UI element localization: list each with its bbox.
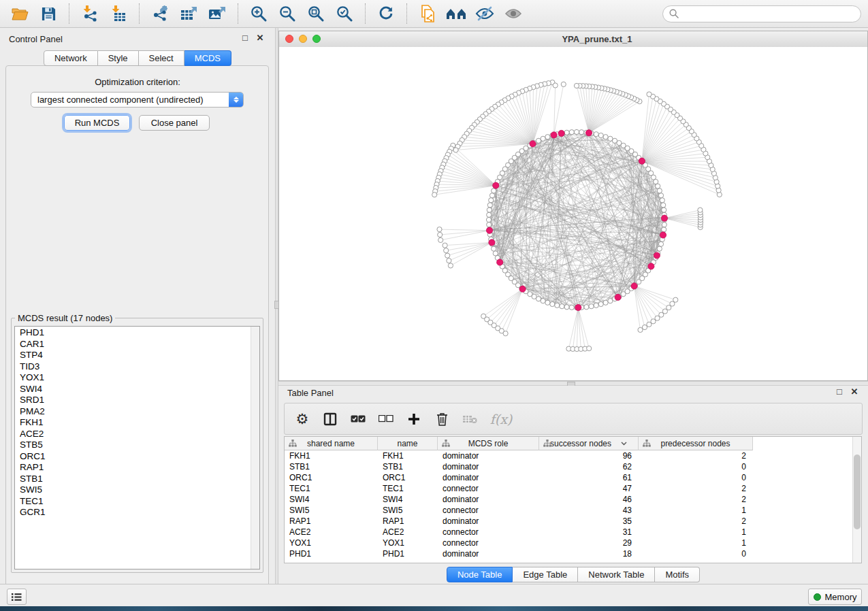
mcds-node[interactable] xyxy=(489,240,495,246)
export-image-icon[interactable] xyxy=(204,3,230,24)
copy-network-icon[interactable] xyxy=(415,3,440,24)
network-node[interactable] xyxy=(608,136,613,141)
export-network-icon[interactable] xyxy=(147,3,173,24)
network-node[interactable] xyxy=(560,304,564,309)
column-header-shared-name[interactable]: shared name xyxy=(285,437,378,450)
network-node[interactable] xyxy=(638,327,643,332)
network-node[interactable] xyxy=(492,246,496,251)
criterion-dropdown[interactable]: largest connected component (undirected) xyxy=(31,92,244,108)
mcds-node[interactable] xyxy=(575,304,581,310)
network-node[interactable] xyxy=(642,325,647,329)
network-node[interactable] xyxy=(698,208,703,212)
close-window-icon[interactable] xyxy=(285,35,293,43)
network-node[interactable] xyxy=(656,184,660,188)
zoom-in-icon[interactable] xyxy=(246,3,272,24)
zoom-fit-icon[interactable] xyxy=(303,3,329,24)
network-canvas[interactable] xyxy=(279,47,867,380)
mcds-node[interactable] xyxy=(639,158,645,164)
network-node[interactable] xyxy=(579,130,584,135)
network-node[interactable] xyxy=(486,217,491,222)
network-node[interactable] xyxy=(647,322,652,327)
mcds-node[interactable] xyxy=(661,215,667,221)
close-panel-button[interactable]: Close panel xyxy=(139,115,210,131)
tab-network[interactable]: Network xyxy=(44,50,98,66)
search-box[interactable] xyxy=(662,5,861,22)
network-node[interactable] xyxy=(657,246,662,251)
table-row[interactable]: SWI4SWI4dominator462 xyxy=(285,494,853,505)
network-node[interactable] xyxy=(443,243,447,248)
open-file-icon[interactable] xyxy=(7,3,33,24)
network-node[interactable] xyxy=(487,203,492,208)
table-settings-gear-icon[interactable]: ⚙ xyxy=(294,410,310,428)
hide-selected-icon[interactable] xyxy=(472,3,498,24)
network-node[interactable] xyxy=(594,132,598,137)
network-node[interactable] xyxy=(487,222,492,227)
network-node[interactable] xyxy=(453,148,458,152)
network-node[interactable] xyxy=(584,305,589,310)
table-scrollbar-thumb[interactable] xyxy=(854,455,861,529)
export-table-icon[interactable] xyxy=(176,3,202,24)
network-node[interactable] xyxy=(550,301,555,306)
mcds-result-item[interactable]: YOX1 xyxy=(15,372,251,384)
network-node[interactable] xyxy=(561,82,566,86)
network-node[interactable] xyxy=(438,232,443,237)
network-node[interactable] xyxy=(603,300,608,305)
table-scrollbar[interactable] xyxy=(852,437,861,563)
network-node[interactable] xyxy=(541,299,545,303)
unselect-all-icon[interactable] xyxy=(378,410,394,428)
network-node[interactable] xyxy=(574,83,579,88)
network-node[interactable] xyxy=(598,301,603,306)
network-node[interactable] xyxy=(589,304,594,309)
network-node[interactable] xyxy=(651,319,656,324)
mcds-result-item[interactable]: PMA2 xyxy=(15,406,251,418)
network-node[interactable] xyxy=(608,299,613,303)
mcds-result-item[interactable]: SWI4 xyxy=(15,384,251,395)
mcds-result-item[interactable]: RAP1 xyxy=(15,462,251,474)
import-network-icon[interactable] xyxy=(77,3,103,24)
network-node[interactable] xyxy=(493,251,498,256)
mcds-node[interactable] xyxy=(551,132,557,138)
network-node[interactable] xyxy=(673,297,678,302)
network-node[interactable] xyxy=(657,188,662,193)
run-mcds-button[interactable]: Run MCDS xyxy=(64,115,130,131)
zoom-out-icon[interactable] xyxy=(274,3,300,24)
network-node[interactable] xyxy=(660,198,664,203)
mcds-result-item[interactable]: SRD1 xyxy=(15,395,251,406)
close-panel-icon[interactable]: ✕ xyxy=(255,33,266,43)
minimize-window-icon[interactable] xyxy=(299,35,307,43)
network-node[interactable] xyxy=(564,130,569,135)
mcds-node[interactable] xyxy=(558,130,564,136)
network-node[interactable] xyxy=(574,129,579,134)
network-node[interactable] xyxy=(545,135,550,139)
mcds-node[interactable] xyxy=(486,227,492,233)
mcds-result-item[interactable]: FKH1 xyxy=(15,417,251,429)
network-node[interactable] xyxy=(598,133,603,137)
network-node[interactable] xyxy=(662,222,666,227)
network-node[interactable] xyxy=(437,227,442,232)
table-tab-node-table[interactable]: Node Table xyxy=(447,567,513,582)
column-header-mcds-role[interactable]: MCDS role xyxy=(438,437,539,450)
table-row[interactable]: TEC1TEC1connector472 xyxy=(285,483,853,494)
mcds-result-item[interactable]: PHD1 xyxy=(15,327,251,339)
network-node[interactable] xyxy=(553,83,558,88)
network-node[interactable] xyxy=(536,297,541,301)
table-row[interactable]: YOX1YOX1connector291 xyxy=(285,538,853,548)
network-node[interactable] xyxy=(662,208,666,212)
table-tab-network-table[interactable]: Network Table xyxy=(578,567,655,582)
network-window-titlebar[interactable]: YPA_prune.txt_1 xyxy=(279,31,867,48)
show-columns-icon[interactable] xyxy=(322,410,338,428)
mcds-node[interactable] xyxy=(530,141,536,147)
network-node[interactable] xyxy=(489,198,494,203)
network-node[interactable] xyxy=(658,193,663,198)
list-scrollbar[interactable] xyxy=(251,327,259,569)
network-node[interactable] xyxy=(432,193,437,197)
network-node[interactable] xyxy=(438,237,443,242)
network-node[interactable] xyxy=(603,135,608,139)
network-node[interactable] xyxy=(555,303,560,308)
network-node[interactable] xyxy=(569,305,574,310)
mcds-node[interactable] xyxy=(648,263,654,269)
table-row[interactable]: FKH1FKH1dominator962 xyxy=(285,450,853,461)
network-node[interactable] xyxy=(487,212,492,217)
delete-column-icon[interactable] xyxy=(434,410,450,428)
network-node[interactable] xyxy=(445,253,450,258)
